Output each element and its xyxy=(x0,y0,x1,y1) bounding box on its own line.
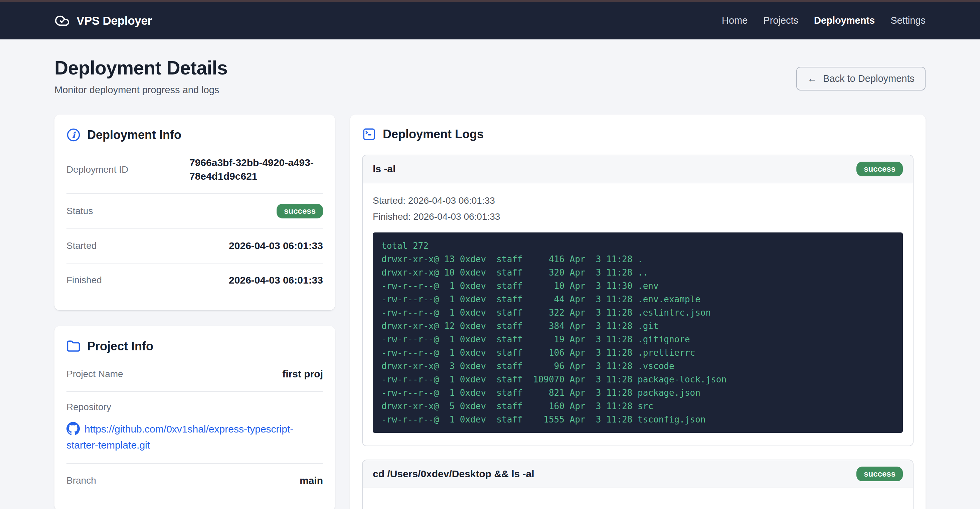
info-row: Deployment ID 7966a3bf-32bb-4920-a493-78… xyxy=(67,146,323,194)
info-row-label: Deployment ID xyxy=(67,164,128,175)
info-row-label: Started xyxy=(67,240,97,251)
deployment-logs-title: Deployment Logs xyxy=(362,127,913,141)
terminal-icon xyxy=(362,127,376,141)
info-row-value: 2026-04-03 06:01:33 xyxy=(229,274,323,287)
log-entry: ls -al success Started: 2026-04-03 06:01… xyxy=(362,154,913,446)
navbar: VPS Deployer HomeProjectsDeploymentsSett… xyxy=(0,2,980,40)
info-row: Status success xyxy=(67,194,323,229)
content-grid: i Deployment Info Deployment ID 7966a3bf… xyxy=(54,115,926,509)
status-badge: success xyxy=(277,204,323,218)
deployment-info-title-text: Deployment Info xyxy=(87,128,181,142)
nav-link[interactable]: Deployments xyxy=(814,15,875,26)
info-row: Finished 2026-04-03 06:01:33 xyxy=(67,264,323,297)
log-entry-body: Started: 2026-04-03 06:01:33 Finished: 2… xyxy=(363,183,913,445)
nav-links: HomeProjectsDeploymentsSettings xyxy=(722,15,926,26)
log-started: Started: 2026-04-03 06:01:33 xyxy=(373,193,903,209)
back-to-deployments-button[interactable]: ← Back to Deployments xyxy=(796,67,926,91)
project-info-title: Project Info xyxy=(67,339,323,353)
log-command: ls -al xyxy=(373,163,396,175)
info-row-label: Finished xyxy=(67,275,102,286)
info-row-value: 2026-04-03 06:01:33 xyxy=(229,239,323,253)
project-name-label: Project Name xyxy=(67,369,123,379)
page-header: Deployment Details Monitor deployment pr… xyxy=(54,57,926,95)
brand[interactable]: VPS Deployer xyxy=(54,13,152,29)
log-entry-body xyxy=(363,488,913,509)
log-command: cd /Users/0xdev/Desktop && ls -al xyxy=(373,468,535,480)
brand-name: VPS Deployer xyxy=(76,14,152,27)
project-info-title-text: Project Info xyxy=(87,339,153,353)
branch-label: Branch xyxy=(67,475,96,486)
right-column: Deployment Logs ls -al success Started: … xyxy=(350,115,926,509)
project-name-value: first proj xyxy=(282,367,323,381)
deployment-logs-title-text: Deployment Logs xyxy=(383,127,484,141)
log-entry-header[interactable]: ls -al success xyxy=(363,155,913,183)
nav-link[interactable]: Settings xyxy=(891,15,926,26)
branch-value: main xyxy=(300,474,323,488)
info-row: Started 2026-04-03 06:01:33 xyxy=(67,229,323,264)
repository-link[interactable]: https://github.com/0xv1shal/express-type… xyxy=(67,423,293,450)
project-name-row: Project Name first proj xyxy=(67,357,323,392)
repository-label: Repository xyxy=(67,402,323,412)
log-entries: ls -al success Started: 2026-04-03 06:01… xyxy=(362,154,913,509)
page-header-text: Deployment Details Monitor deployment pr… xyxy=(54,57,228,95)
terminal-output: total 272 drwxr-xr-x@ 13 0xdev staff 416… xyxy=(373,232,903,433)
nav-link[interactable]: Projects xyxy=(763,15,798,26)
status-badge: success xyxy=(856,466,903,481)
deployment-logs-card: Deployment Logs ls -al success Started: … xyxy=(350,115,926,509)
log-entry-header[interactable]: cd /Users/0xdev/Desktop && ls -al succes… xyxy=(363,460,913,488)
left-arrow-icon: ← xyxy=(807,73,817,84)
left-column: i Deployment Info Deployment ID 7966a3bf… xyxy=(54,115,335,509)
info-icon: i xyxy=(67,128,81,142)
project-info-card: Project Info Project Name first proj Rep… xyxy=(54,326,335,509)
log-finished: Finished: 2026-04-03 06:01:33 xyxy=(373,209,903,225)
folder-icon xyxy=(67,339,81,353)
cloud-check-icon xyxy=(54,13,70,29)
deployment-info-rows: Deployment ID 7966a3bf-32bb-4920-a493-78… xyxy=(67,146,323,297)
page-subtitle: Monitor deployment progress and logs xyxy=(54,84,228,95)
repository-url-text: https://github.com/0xv1shal/express-type… xyxy=(67,423,293,450)
page-title: Deployment Details xyxy=(54,57,228,79)
branch-row: Branch main xyxy=(67,464,323,498)
info-row-value: 7966a3bf-32bb-4920-a493-78e4d1d9c621 xyxy=(189,156,323,183)
status-badge: success xyxy=(856,162,903,177)
nav-link[interactable]: Home xyxy=(722,15,748,26)
deployment-info-title: i Deployment Info xyxy=(67,128,323,142)
github-icon xyxy=(67,422,80,435)
log-entry: cd /Users/0xdev/Desktop && ls -al succes… xyxy=(362,460,913,509)
svg-text:i: i xyxy=(72,130,76,140)
deployment-info-card: i Deployment Info Deployment ID 7966a3bf… xyxy=(54,115,335,310)
repository-row: Repository https://github.com/0xv1shal/e… xyxy=(67,392,323,464)
back-button-label: Back to Deployments xyxy=(823,73,915,84)
page: Deployment Details Monitor deployment pr… xyxy=(0,57,980,509)
info-row-label: Status xyxy=(67,206,93,216)
